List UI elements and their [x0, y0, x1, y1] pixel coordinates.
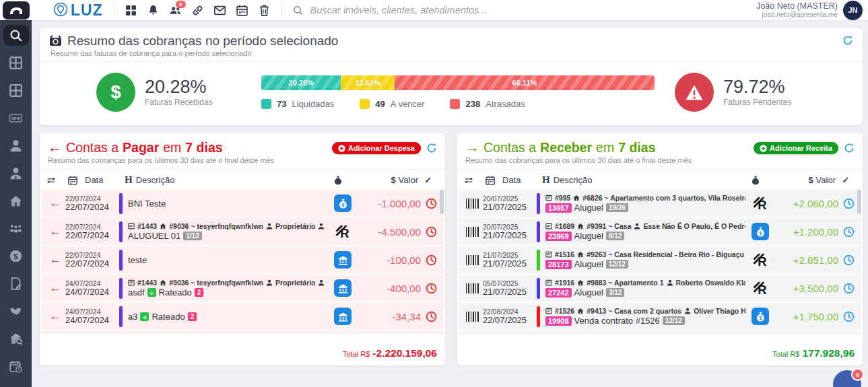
- moneybag-icon[interactable]: $: [334, 195, 352, 212]
- clock-icon[interactable]: [838, 283, 859, 294]
- sidebar-item-contracts[interactable]: [0, 270, 32, 297]
- topbar: LUZ 0 João Neto (MASTER) joao.neto@apres…: [0, 0, 868, 20]
- row-dates: 22/07/202422/07/2024: [65, 195, 118, 213]
- clock-icon[interactable]: [421, 198, 441, 209]
- bank-icon[interactable]: [334, 251, 352, 269]
- due-date: 20/07/2025: [483, 223, 535, 231]
- check-column-icon[interactable]: ✓: [836, 175, 856, 185]
- summary-card: Resumo das cobranças no período selecion…: [40, 28, 863, 125]
- table-row[interactable]: ←22/07/202422/07/2024BNI Teste$-1.000,00: [41, 190, 444, 217]
- installment-badge: 12/12: [663, 316, 685, 325]
- column-value[interactable]: $Valor: [354, 175, 418, 185]
- column-description[interactable]: HDescrição: [125, 174, 323, 186]
- clock-icon[interactable]: [838, 198, 859, 209]
- bank-icon[interactable]: [334, 279, 352, 297]
- refresh-icon[interactable]: [426, 143, 437, 153]
- sidebar-item-properties[interactable]: [0, 187, 32, 215]
- sidebar-item-deals[interactable]: [0, 297, 32, 325]
- users-icon[interactable]: 0: [170, 4, 182, 16]
- due-date: 20/07/2025: [483, 195, 535, 203]
- bank-icon[interactable]: [334, 308, 352, 325]
- house-icon: [160, 279, 166, 286]
- sidebar-item-property-search[interactable]: [0, 325, 32, 353]
- column-date[interactable]: Data: [68, 175, 125, 185]
- person-icon: [318, 223, 325, 230]
- row-action: R: [745, 252, 775, 268]
- table-row[interactable]: 22/08/202422/07/2025#1526#9413 ~ Casa co…: [459, 303, 861, 330]
- apps-grid-icon[interactable]: [125, 4, 137, 16]
- moneybag-icon[interactable]: $: [752, 308, 769, 325]
- moneybag-column-icon[interactable]: [323, 176, 354, 185]
- table-row[interactable]: 20/07/202521/07/2025#995#6826 ~ Apartame…: [459, 190, 861, 217]
- bell-icon[interactable]: [147, 4, 160, 16]
- summary-header: Resumo das cobranças no período selecion…: [49, 34, 853, 48]
- row-dates: 22/07/202422/07/2024: [65, 251, 118, 269]
- topbar-icons: 0: [125, 4, 271, 16]
- add-expense-button[interactable]: Adicionar Despesa: [332, 142, 421, 154]
- table-row[interactable]: 22/06/2025#1752 ~ MARILIA312#8300 ~ Sobr…: [459, 331, 861, 334]
- sidebar-item-new[interactable]: NEW: [0, 104, 32, 132]
- user-menu[interactable]: João Neto (MASTER) joao.neto@apresenta.m…: [756, 1, 868, 20]
- app-logo[interactable]: [0, 0, 32, 20]
- divide-icon: ÷: [147, 288, 156, 297]
- column-description[interactable]: HDescrição: [542, 174, 740, 186]
- table-row[interactable]: ←22/07/202422/07/2024#1443#9036 ~ tesyer…: [41, 218, 444, 245]
- clock-icon[interactable]: [838, 311, 859, 322]
- refresh-icon[interactable]: [842, 35, 853, 46]
- swap-sort-icon[interactable]: [46, 176, 64, 185]
- moneybag-column-icon[interactable]: [740, 176, 771, 185]
- calendar-icon[interactable]: [236, 4, 248, 16]
- table-header: Data HDescrição $Valor ✓: [457, 170, 863, 190]
- sidebar-item-finance[interactable]: $: [0, 242, 32, 270]
- sidebar-item-profile[interactable]: [0, 132, 32, 160]
- brand-logo[interactable]: LUZ: [53, 2, 103, 18]
- payables-rows: ←22/07/202422/07/2024BNI Teste$-1.000,00…: [40, 190, 445, 334]
- sidebar-item-panels[interactable]: [0, 77, 32, 104]
- payables-panel: ← Contas aPagarem7 dias Adicionar Despes…: [40, 133, 445, 365]
- trash-icon[interactable]: [259, 4, 271, 16]
- sidebar-item-schedule[interactable]: [0, 353, 32, 380]
- receipt-icon[interactable]: R: [753, 281, 768, 296]
- home-search-icon: [9, 332, 22, 345]
- check-column-icon[interactable]: ✓: [418, 175, 438, 185]
- status-color-bar: [537, 278, 540, 299]
- table-row[interactable]: ←22/07/202422/07/2024teste-100,00: [41, 246, 444, 273]
- clock-icon[interactable]: [421, 283, 441, 294]
- receipt-icon[interactable]: R: [753, 196, 768, 211]
- table-row[interactable]: ←24/07/2024: [41, 331, 444, 334]
- swap-sort-icon[interactable]: [464, 176, 481, 185]
- legend-swatch: [360, 99, 370, 109]
- table-row[interactable]: 21/07/202521/07/2025#1516#9263 ~ Casa Re…: [459, 246, 861, 273]
- installment-badge: 19/36: [606, 203, 628, 212]
- clock-icon[interactable]: [838, 254, 859, 266]
- sidebar-item-people[interactable]: [0, 215, 32, 242]
- column-date[interactable]: Data: [486, 175, 542, 185]
- row-value: -400,00: [358, 283, 421, 294]
- table-row[interactable]: 20/07/202521/07/2025#1689#9391 ~ CasaEss…: [459, 218, 861, 245]
- avatar[interactable]: JN: [843, 1, 863, 20]
- table-row[interactable]: ←24/07/202424/07/2024#1443#9036 ~ tesyer…: [41, 275, 444, 302]
- link-icon[interactable]: [192, 4, 204, 16]
- sidebar-item-dashboard[interactable]: [0, 49, 32, 77]
- sidebar-item-clients[interactable]: [0, 160, 32, 187]
- add-income-button[interactable]: Adicionar Receita: [754, 142, 838, 154]
- receipt-icon[interactable]: R: [335, 224, 351, 240]
- search-input[interactable]: [309, 4, 595, 16]
- sidebar-item-search[interactable]: [0, 22, 32, 49]
- receipt-icon[interactable]: R: [753, 252, 768, 268]
- scrollbar[interactable]: [857, 190, 861, 214]
- mail-icon[interactable]: [214, 4, 226, 16]
- column-value[interactable]: $Valor: [771, 175, 836, 185]
- moneybag-icon[interactable]: $: [752, 223, 769, 240]
- table-row[interactable]: 05/07/202521/07/2025#1916#9883 ~ Apartam…: [459, 275, 861, 302]
- scrollbar[interactable]: [440, 190, 444, 214]
- row-description: BNI Teste: [128, 198, 328, 209]
- clock-icon[interactable]: [421, 311, 441, 322]
- clock-icon[interactable]: [421, 226, 441, 238]
- receivables-total: Total R$177.928,96: [457, 343, 863, 365]
- pending-label: Faturas Pendentes: [723, 98, 791, 107]
- clock-icon[interactable]: [421, 254, 441, 266]
- clock-icon[interactable]: [838, 226, 859, 238]
- table-row[interactable]: ←24/07/202424/07/2024a3÷Rateado2-34,34: [41, 303, 444, 330]
- refresh-icon[interactable]: [844, 143, 855, 153]
